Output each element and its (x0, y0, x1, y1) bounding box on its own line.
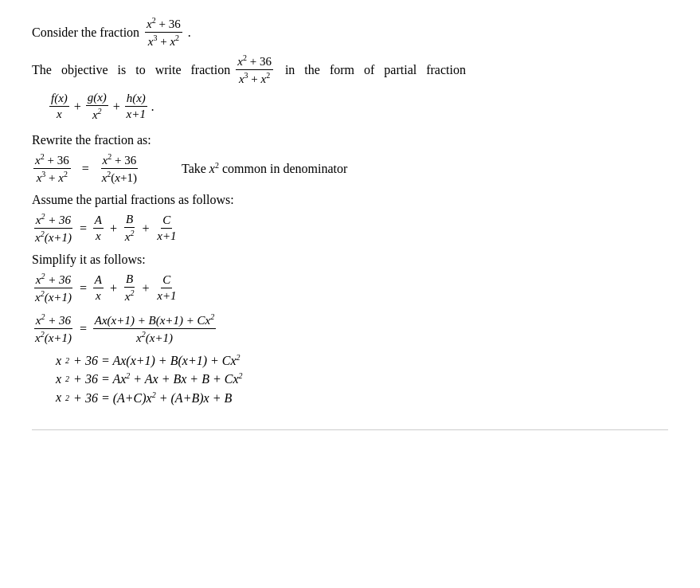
intro-frac-den: x3 + x2 (147, 33, 181, 49)
assume-B: B (124, 213, 135, 228)
simp-l2-lhs-den: x2(x+1) (33, 329, 73, 345)
simp-l2-rhs-num: Ax(x+1) + B(x+1) + Cx2 (93, 312, 217, 329)
partial-dot: . (151, 100, 154, 114)
assume-eq: = (79, 221, 88, 236)
intro-section: Consider the fraction x2 + 36 x3 + x2 . (32, 16, 668, 49)
simp-l1-lhs-den: x2(x+1) (33, 288, 73, 304)
gx-fraction: g(x) x2 (86, 91, 108, 122)
objective-fraction: x2 + 36 x3 + x2 (236, 53, 273, 86)
plus1: + (73, 100, 82, 114)
simp-l3-text: x (56, 354, 61, 368)
rewrite-comment: Take x2 common in denominator (182, 161, 347, 176)
simplify-line2: x2 + 36 x2(x+1) = Ax(x+1) + B(x+1) + Cx2… (32, 312, 668, 345)
simp-l2-lhs: x2 + 36 x2(x+1) (33, 312, 73, 345)
simplify-line4: x2 + 36 = Ax2 + Ax + Bx + B + Cx2 (56, 371, 668, 386)
assume-C: C (161, 214, 172, 229)
intro-dot: . (188, 25, 191, 40)
consider-text: Consider the fraction (32, 25, 139, 40)
simplify-heading: Simplify it as follows: (32, 253, 668, 267)
simp-l4-text2: + 36 = Ax2 + Ax + Bx + B + Cx2 (73, 371, 242, 386)
rewrite-lhs-den: x3 + x2 (35, 169, 69, 185)
simp-l1-C: C (161, 273, 172, 288)
assume-C-frac: C x+1 (155, 214, 178, 243)
obj-frac-num: x2 + 36 (236, 53, 273, 70)
assume-xp1: x+1 (155, 229, 178, 243)
simp-l1-x2: x2 (123, 288, 136, 304)
gx-num: g(x) (86, 91, 108, 106)
plus2: + (112, 100, 121, 114)
simp-l1-plus1: + (109, 281, 118, 296)
fx-num: f(x) (49, 92, 69, 107)
intro-frac-num: x2 + 36 (145, 16, 182, 33)
hx-fraction: h(x) x+1 (125, 92, 147, 121)
rewrite-row: x2 + 36 x3 + x2 = x2 + 36 x2(x+1) Take x… (32, 152, 668, 185)
simp-l1-x: x (94, 288, 103, 303)
assume-plus1: + (109, 221, 118, 236)
simp-l1-A-frac: A x (93, 273, 104, 303)
rewrite-rhs: x2 + 36 x2(x+1) (100, 152, 139, 185)
rewrite-heading: Rewrite the fraction as: (32, 133, 668, 147)
assume-lhs-den: x2(x+1) (33, 229, 73, 245)
simp-l3-text2: + 36 = Ax(x+1) + B(x+1) + Cx2 (73, 353, 240, 368)
intro-fraction: x2 + 36 x3 + x2 (145, 16, 182, 49)
simp-l2-eq: = (79, 322, 88, 336)
objective-text-after: in the form of partial fraction (279, 63, 466, 77)
simp-l2-rhs-den: x2(x+1) (135, 329, 174, 345)
simp-l3-sq: 2 (65, 356, 69, 365)
assume-A-frac: A x (93, 214, 104, 243)
rewrite-lhs: x2 + 36 x3 + x2 (33, 152, 71, 185)
obj-frac-den: x3 + x2 (237, 70, 272, 86)
bottom-divider (32, 429, 668, 430)
simplify-line1: x2 + 36 x2(x+1) = A x + B x2 + C x+1 (32, 272, 668, 304)
simp-l5-sq: 2 (65, 394, 69, 402)
assume-x: x (94, 229, 103, 243)
rewrite-eq: = (82, 162, 89, 176)
simp-l2-lhs-num: x2 + 36 (34, 312, 72, 329)
fx-fraction: f(x) x (49, 92, 69, 121)
assume-plus2: + (141, 221, 150, 236)
assume-lhs: x2 + 36 x2(x+1) (33, 212, 73, 245)
assume-row: x2 + 36 x2(x+1) = A x + B x2 + C x+1 (32, 212, 668, 245)
rewrite-rhs-num: x2 + 36 (101, 152, 139, 169)
simp-l1-plus2: + (141, 281, 150, 296)
simp-l1-B: B (124, 272, 135, 288)
simp-l5-text: x (56, 390, 61, 405)
fx-den: x (55, 107, 64, 121)
simp-l5-text2: + 36 = (A+C)x2 + (A+B)x + B (73, 390, 232, 406)
simp-l1-lhs: x2 + 36 x2(x+1) (33, 272, 73, 304)
simp-l1-lhs-num: x2 + 36 (34, 272, 72, 288)
assume-lhs-num: x2 + 36 (34, 212, 72, 229)
hx-den: x+1 (125, 107, 147, 121)
simp-l4-sq: 2 (65, 374, 69, 383)
assume-x2: x2 (123, 228, 136, 244)
hx-num: h(x) (125, 92, 147, 107)
rewrite-rhs-den: x2(x+1) (100, 169, 139, 185)
simp-l2-rhs: Ax(x+1) + B(x+1) + Cx2 x2(x+1) (93, 312, 217, 345)
simp-l4-text: x (56, 372, 61, 386)
simp-l1-C-frac: C x+1 (155, 273, 178, 303)
simp-l1-B-frac: B x2 (123, 272, 136, 304)
simplify-line5: x2 + 36 = (A+C)x2 + (A+B)x + B (56, 390, 668, 406)
assume-B-frac: B x2 (123, 213, 136, 244)
gx-den: x2 (91, 106, 104, 122)
simp-l1-A: A (93, 273, 104, 288)
partial-form: f(x) x + g(x) x2 + h(x) x+1 . (48, 91, 668, 122)
simplify-line3: x2 + 36 = Ax(x+1) + B(x+1) + Cx2 (56, 353, 668, 368)
rewrite-lhs-num: x2 + 36 (33, 152, 71, 169)
simp-l1-xp1: x+1 (155, 288, 178, 303)
simp-l1-eq: = (79, 281, 88, 296)
assume-A: A (93, 214, 104, 229)
objective-section: The objective is to write fraction x2 + … (32, 53, 668, 86)
objective-text-before: The objective is to write fraction (32, 63, 230, 77)
assume-heading: Assume the partial fractions as follows: (32, 193, 668, 207)
